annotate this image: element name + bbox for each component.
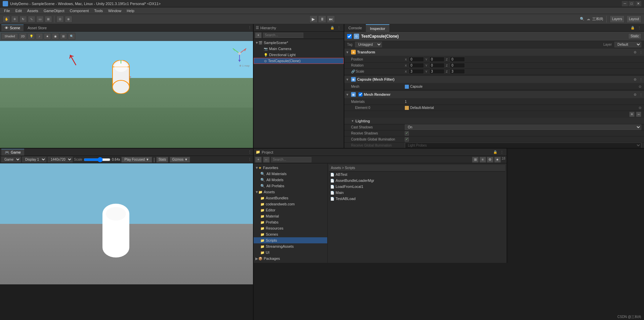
scale-tool[interactable]: ⤡: [28, 16, 35, 23]
file-main[interactable]: 📄 Main: [329, 190, 505, 196]
codeandweb-item[interactable]: 📁 codeandweb.com: [254, 201, 327, 207]
menu-gameobject[interactable]: GameObject: [41, 7, 67, 14]
hierarchy-add-button[interactable]: +: [255, 32, 262, 38]
project-all-prefabs[interactable]: 🔍 All Prefabs: [254, 183, 327, 189]
hierarchy-lock-button[interactable]: 🔒: [330, 25, 335, 31]
scenes-item[interactable]: 📁 Scenes: [254, 231, 327, 237]
scale-x-input[interactable]: [409, 69, 424, 74]
scripts-item[interactable]: 📁 Scripts: [254, 237, 327, 243]
project-view2-button[interactable]: ≡: [479, 157, 486, 163]
step-button[interactable]: ⏭: [327, 15, 335, 23]
scene-2d-toggle[interactable]: 2D: [19, 33, 27, 40]
scene-tab-more[interactable]: ⋮: [248, 26, 252, 30]
assetbundles-item[interactable]: 📁 AssetBundles: [254, 195, 327, 201]
scene-gizmos-toggle[interactable]: ⊞: [60, 33, 67, 40]
streamingassets-item[interactable]: 📁 StreamingAssets: [254, 243, 327, 249]
hierarchy-item-maincamera[interactable]: 📷 Main Camera: [254, 46, 344, 52]
project-all-models[interactable]: 🔍 All Models: [254, 177, 327, 183]
layout-button[interactable]: Layout: [627, 15, 641, 23]
game-tab-more[interactable]: ⋮: [248, 150, 252, 154]
rotation-x-input[interactable]: [409, 63, 424, 68]
materials-add-button[interactable]: +: [629, 112, 635, 117]
tab-inspector[interactable]: Inspector: [366, 24, 389, 32]
rotation-y-input[interactable]: [429, 63, 444, 68]
transform-tool[interactable]: ⊞: [45, 16, 52, 23]
static-button[interactable]: Static: [628, 33, 641, 39]
hierarchy-item-directionallight[interactable]: 💡 Directional Light: [254, 52, 344, 58]
game-mode-select[interactable]: Game: [1, 157, 21, 162]
play-focused-button[interactable]: Play Focused ▼: [121, 157, 152, 163]
layers-button[interactable]: Layers: [610, 15, 625, 23]
scene-scene-toggle[interactable]: ◉: [52, 33, 59, 40]
rotation-z-input[interactable]: [450, 63, 465, 68]
object-active-checkbox[interactable]: [347, 34, 352, 39]
project-search-input[interactable]: [271, 157, 311, 162]
stats-button[interactable]: Stats: [156, 157, 169, 163]
scene-audio-toggle[interactable]: ♪: [36, 33, 43, 40]
account-label[interactable]: 三和尚: [592, 16, 603, 22]
scene-search[interactable]: 🔍: [68, 33, 75, 40]
game-toolbar-more[interactable]: ⋮: [248, 157, 252, 162]
menu-help[interactable]: Help: [124, 7, 137, 14]
pivot-toggle[interactable]: ⊙: [56, 16, 64, 23]
lighting-subsection-header[interactable]: ▼ Lighting: [344, 118, 644, 124]
pause-button[interactable]: ⏸: [318, 15, 326, 23]
tab-game[interactable]: 🎮 Game: [1, 149, 24, 156]
gizmos-button[interactable]: Gizmos ▼: [170, 157, 190, 163]
resources-item[interactable]: 📁 Resources: [254, 225, 327, 231]
transform-more-icon[interactable]: ⋮: [639, 50, 643, 54]
resolution-select[interactable]: 1440x720: [48, 157, 73, 162]
project-settings-button[interactable]: ⚙: [487, 157, 493, 163]
scene-view[interactable]: Shaded 2D 💡 ♪ ★ ◉ ⊞ 🔍: [0, 32, 253, 148]
favorites-header[interactable]: ▼ ★ Favorites: [254, 165, 327, 171]
scene-draw-mode[interactable]: Shaded: [1, 33, 18, 40]
materials-remove-button[interactable]: −: [636, 112, 641, 117]
file-loadfromlocal1[interactable]: 📄 LoadFromLocal1: [329, 184, 505, 190]
element0-target[interactable]: ⊙: [639, 106, 641, 110]
tab-asset-store[interactable]: Asset Store: [24, 25, 50, 31]
meshrenderer-enabled-checkbox[interactable]: [358, 92, 362, 96]
menu-file[interactable]: File: [1, 7, 13, 14]
project-more-button[interactable]: ⋮: [499, 150, 505, 155]
mesh-target-icon[interactable]: ⊙: [639, 85, 641, 88]
play-button[interactable]: ▶: [309, 15, 317, 23]
project-star-button[interactable]: ★: [494, 157, 501, 163]
tab-scene[interactable]: 👁 Scene: [1, 25, 24, 31]
transform-header[interactable]: ▼ ⊕ Transform ⚙ ⋮: [344, 48, 644, 56]
hierarchy-item-samplescene[interactable]: ▼ 🎬 SampleScene*: [254, 40, 344, 46]
game-view[interactable]: [0, 163, 253, 284]
scale-slider[interactable]: [84, 157, 111, 162]
cast-shadows-select[interactable]: On: [405, 124, 641, 130]
meshfilter-more-icon[interactable]: ⋮: [639, 78, 643, 81]
project-all-materials[interactable]: 🔍 All Materials: [254, 171, 327, 177]
menu-edit[interactable]: Edit: [13, 7, 25, 14]
editor-item[interactable]: 📁 Editor: [254, 207, 327, 213]
rect-tool[interactable]: ▭: [36, 16, 44, 23]
project-lock-button[interactable]: 🔒: [492, 150, 498, 155]
meshrenderer-gear-icon[interactable]: ⚙: [634, 93, 637, 96]
prefabs-item[interactable]: 📁 Prefabs: [254, 219, 327, 225]
file-abtest[interactable]: 📄 ABTest: [329, 171, 505, 177]
close-button[interactable]: ✕: [635, 1, 641, 6]
meshrenderer-more-icon[interactable]: ⋮: [639, 93, 643, 96]
menu-component[interactable]: Component: [67, 7, 91, 14]
display-select[interactable]: Display 1: [22, 157, 46, 162]
rotate-tool[interactable]: ↻: [19, 16, 27, 23]
minimize-button[interactable]: ─: [622, 1, 628, 6]
tab-console[interactable]: Console: [344, 24, 366, 32]
scale-y-input[interactable]: [429, 69, 444, 74]
project-add-button[interactable]: +: [255, 157, 262, 163]
menu-window[interactable]: Window: [105, 7, 124, 14]
hand-tool[interactable]: ✋: [3, 16, 10, 23]
global-toggle[interactable]: ⊕: [65, 16, 72, 23]
packages-header[interactable]: ▶ 📦 Packages: [254, 255, 327, 262]
material-item[interactable]: 📁 Material: [254, 213, 327, 219]
tag-select[interactable]: Untagged: [355, 42, 382, 47]
project-view1-button[interactable]: ⊞: [472, 157, 479, 163]
assets-header[interactable]: ▼ 📁 Assets: [254, 189, 327, 195]
position-z-input[interactable]: [450, 57, 465, 62]
scale-z-input[interactable]: [450, 69, 465, 74]
meshfilter-header[interactable]: ▼ ▦ Capsule (Mesh Filter) ⚙ ⋮: [344, 76, 644, 83]
meshrenderer-header[interactable]: ▼ ▦ Mesh Renderer ⚙ ⋮: [344, 91, 644, 98]
scene-lighting-toggle[interactable]: 💡: [28, 33, 35, 40]
